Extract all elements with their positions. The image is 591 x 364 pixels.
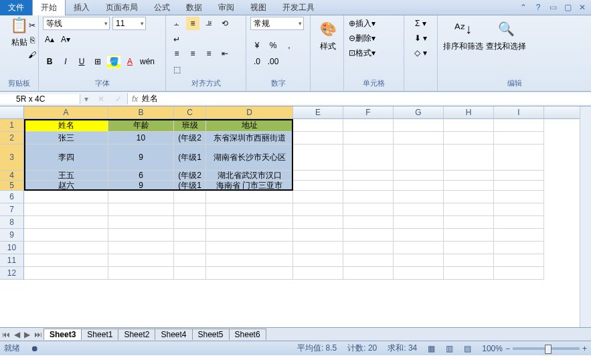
col-header-C[interactable]: C [174, 106, 206, 118]
cell[interactable] [394, 203, 444, 216]
cell[interactable]: 东省深圳市西丽街道 [206, 132, 293, 145]
cell[interactable] [494, 229, 544, 242]
cell[interactable] [108, 267, 174, 280]
cell[interactable] [444, 229, 494, 242]
row-header[interactable]: 2 [0, 132, 24, 145]
cell[interactable] [444, 242, 494, 254]
number-format-combo[interactable]: 常规 [250, 17, 304, 30]
cell[interactable] [444, 267, 494, 280]
cell[interactable] [24, 254, 108, 267]
percent-icon[interactable]: % [266, 39, 280, 52]
record-macro-icon[interactable]: ⏺ [31, 344, 39, 353]
cell[interactable] [343, 191, 394, 203]
cell[interactable] [394, 132, 444, 145]
col-header-B[interactable]: B [108, 106, 174, 118]
cell[interactable] [343, 242, 394, 254]
cell[interactable] [206, 216, 293, 229]
cut-icon[interactable]: ✂ [25, 19, 39, 32]
cell[interactable] [293, 181, 343, 191]
row-header[interactable]: 4 [0, 171, 24, 181]
cell[interactable] [394, 254, 444, 267]
cell[interactable] [343, 216, 394, 229]
cell[interactable] [343, 229, 394, 242]
tab-view[interactable]: 视图 [242, 0, 274, 15]
cell[interactable]: 张三 [24, 132, 108, 145]
currency-icon[interactable]: ¥ [250, 39, 264, 52]
namebox-dropdown-icon[interactable]: ▾ [80, 94, 92, 104]
ribbon-min-icon[interactable]: ⌃ [519, 3, 528, 12]
cell[interactable] [494, 242, 544, 254]
tab-home[interactable]: 开始 [32, 0, 66, 15]
cell[interactable]: 年龄 [108, 119, 174, 132]
delete-cells-button[interactable]: ⊖ 删除 ▾ [348, 31, 400, 45]
cell[interactable] [24, 229, 108, 242]
italic-button[interactable]: I [59, 55, 72, 68]
align-center-icon[interactable]: ≡ [186, 47, 199, 60]
align-mid-icon[interactable]: ≡ [186, 17, 199, 30]
col-header-F[interactable]: F [343, 106, 394, 118]
cell[interactable] [444, 171, 494, 181]
cell[interactable] [293, 254, 343, 267]
col-header-D[interactable]: D [206, 106, 293, 118]
cell[interactable] [494, 216, 544, 229]
sheet-nav-next-icon[interactable]: ▶ [22, 330, 32, 339]
cell[interactable] [293, 132, 343, 145]
cell[interactable] [24, 191, 108, 203]
align-right-icon[interactable]: ≡ [202, 47, 216, 60]
cell[interactable] [174, 242, 206, 254]
cell[interactable] [444, 191, 494, 203]
row-header[interactable]: 5 [0, 181, 24, 191]
col-header-H[interactable]: H [444, 106, 494, 118]
col-header-E[interactable]: E [293, 106, 343, 118]
cell[interactable] [394, 181, 444, 191]
cell[interactable]: 班级 [174, 119, 206, 132]
cell[interactable] [343, 145, 394, 171]
cell[interactable] [444, 119, 494, 132]
tab-dev[interactable]: 开发工具 [274, 0, 323, 15]
cell[interactable] [444, 145, 494, 171]
cell[interactable] [174, 191, 206, 203]
row-header[interactable]: 9 [0, 229, 24, 242]
cell[interactable] [108, 254, 174, 267]
sheet-tab[interactable]: Sheet4 [155, 329, 192, 340]
row-header[interactable]: 6 [0, 191, 24, 203]
view-break-icon[interactable]: ▤ [464, 344, 471, 353]
view-normal-icon[interactable]: ▦ [428, 344, 435, 353]
tab-review[interactable]: 审阅 [210, 0, 242, 15]
cell[interactable] [24, 267, 108, 280]
cell[interactable]: 王五 [24, 171, 108, 181]
cell[interactable] [206, 203, 293, 216]
styles-button[interactable]: 🎨 样式 [315, 17, 341, 54]
cell[interactable] [494, 119, 544, 132]
cell[interactable]: 湖北省武汉市汉口 [206, 171, 293, 181]
cell[interactable] [24, 216, 108, 229]
font-name-combo[interactable]: 等线 [43, 17, 110, 30]
cell[interactable] [444, 203, 494, 216]
grow-font-icon[interactable]: A▴ [43, 33, 56, 46]
cell[interactable] [293, 229, 343, 242]
cell[interactable]: 6 [108, 171, 174, 181]
bold-button[interactable]: B [43, 55, 56, 68]
cell[interactable]: 姓名 [24, 119, 108, 132]
align-top-icon[interactable]: ⫠ [170, 17, 183, 30]
cell[interactable] [394, 267, 444, 280]
cell[interactable] [108, 216, 174, 229]
cell[interactable]: 9 [108, 181, 174, 191]
find-select-button[interactable]: 🔍 查找和选择 [485, 17, 527, 54]
cell[interactable] [174, 203, 206, 216]
cell[interactable] [206, 254, 293, 267]
row-header[interactable]: 7 [0, 203, 24, 216]
col-header-G[interactable]: G [394, 106, 444, 118]
zoom-in-icon[interactable]: + [582, 344, 587, 353]
cell[interactable]: (年级1 [174, 181, 206, 191]
indent-dec-icon[interactable]: ⇤ [218, 47, 232, 60]
cell[interactable] [494, 267, 544, 280]
sheet-nav-first-icon[interactable]: ⏮ [0, 330, 12, 339]
cell[interactable] [444, 181, 494, 191]
cell[interactable] [494, 132, 544, 145]
window-max-icon[interactable]: ▢ [563, 3, 572, 12]
align-bot-icon[interactable]: ⫡ [202, 17, 216, 30]
window-min-icon[interactable]: ▭ [548, 3, 558, 12]
cell[interactable] [394, 171, 444, 181]
sheet-nav-prev-icon[interactable]: ◀ [12, 330, 22, 339]
